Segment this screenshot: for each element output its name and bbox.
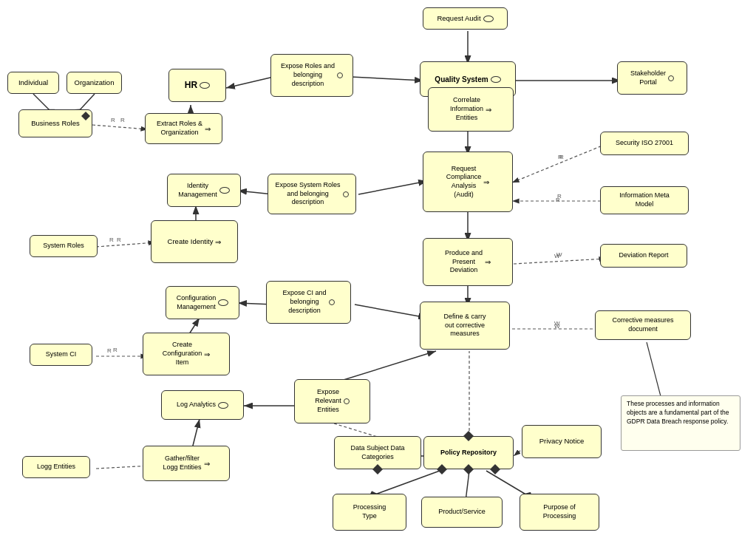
expose-relevant-node: ExposeRelevantEntities — [294, 379, 370, 423]
svg-line-38 — [486, 471, 528, 496]
gather-filter-node: Gather/filterLogg Entities ⇒ — [143, 446, 230, 481]
system-roles-label: System Roles — [43, 242, 84, 251]
svg-text:R: R — [117, 237, 121, 243]
svg-line-14 — [512, 144, 606, 183]
r-label-1: R — [120, 117, 125, 123]
diamond-icon-4 — [437, 464, 447, 474]
log-analytics-label: Log Analytics — [177, 401, 216, 409]
produce-deviation-node: Produce andPresentDeviation ⇒ — [423, 238, 513, 286]
create-configuration-label: CreateConfigurationItem — [163, 341, 202, 367]
svg-line-31 — [334, 351, 436, 383]
log-analytics-node: Log Analytics — [161, 390, 244, 420]
gather-icon: ⇒ — [204, 459, 210, 469]
identity-mgmt-icon — [219, 187, 230, 194]
diagram-container: R R R R W W R — [0, 0, 756, 541]
business-roles-node: Business Roles — [18, 109, 92, 137]
processing-type-node: ProcessingType — [333, 494, 406, 531]
business-roles-label: Business Roles — [31, 119, 79, 128]
produce-deviation-label: Produce andPresentDeviation — [445, 249, 483, 275]
svg-line-20 — [514, 259, 606, 264]
quality-system-icon — [491, 76, 501, 83]
r-label-2: R — [109, 237, 114, 243]
extract-roles-label: Extract Roles &Organization — [157, 120, 202, 137]
data-subject-label: Data Subject DataCategories — [350, 444, 404, 461]
identity-management-label: IdentityManagement — [178, 182, 217, 199]
info-meta-model-label: Information MetaModel — [619, 191, 670, 208]
deviation-report-label: Deviation Report — [619, 251, 668, 260]
identity-management-node: IdentityManagement — [167, 174, 241, 207]
organization-node: Organization — [67, 72, 122, 94]
stakeholder-portal-node: StakeholderPortal — [617, 61, 687, 95]
corrective-measures-label: Corrective measuresdocument — [612, 316, 673, 333]
system-roles-node: System Roles — [30, 235, 98, 257]
define-carry-node: Define & carryout correctivemeasures — [420, 302, 510, 350]
logg-entities-node: Logg Entities — [22, 456, 90, 478]
expose-ci-icon — [329, 299, 335, 305]
expose-roles-label: Expose Roles andbelongingdescription — [281, 62, 335, 88]
create-config-icon: ⇒ — [204, 350, 210, 359]
create-configuration-node: CreateConfigurationItem ⇒ — [143, 333, 230, 375]
expose-system-roles-label: Expose System Rolesand belongingdescript… — [275, 181, 340, 207]
purpose-processing-node: Purpose ofProcessing — [520, 494, 599, 531]
hr-label: HR — [185, 80, 197, 92]
produce-icon: ⇒ — [485, 257, 491, 267]
correlate-info-label: CorrelateInformationEntities — [450, 96, 483, 122]
r-label-4: R — [558, 154, 562, 160]
create-identity-icon: ⇒ — [215, 237, 221, 247]
expose-roles-node: Expose Roles andbelongingdescription — [270, 54, 353, 97]
configuration-management-label: ConfigurationManagement — [177, 294, 217, 311]
svg-line-2 — [351, 77, 423, 81]
product-service-node: Product/Service — [421, 497, 503, 528]
diamond-icon-5 — [463, 464, 474, 474]
processing-type-label: ProcessingType — [353, 503, 386, 520]
expose-roles-icon — [337, 72, 343, 78]
diamond-icon — [81, 112, 90, 120]
svg-marker-47 — [463, 431, 474, 441]
log-analytics-icon — [218, 402, 228, 409]
hr-oval-icon — [200, 82, 210, 89]
expose-ci-label: Expose CI andbelongingdescription — [282, 289, 326, 315]
request-audit-icon — [483, 16, 494, 22]
privacy-notice-node: Privacy Notice — [522, 425, 602, 458]
expose-relevant-icon — [344, 398, 350, 404]
note-text: These processes and information objects … — [627, 400, 729, 425]
organization-label: Organization — [75, 78, 115, 87]
extract-roles-icon: ⇒ — [205, 124, 211, 134]
svg-line-10 — [358, 181, 427, 194]
svg-marker-45 — [81, 112, 90, 120]
extract-roles-node: Extract Roles &Organization ⇒ — [145, 113, 222, 144]
note-box: These processes and information objects … — [621, 395, 740, 451]
correlate-icon: ⇒ — [486, 105, 491, 115]
stakeholder-portal-label: StakeholderPortal — [630, 69, 666, 86]
logg-entities-label: Logg Entities — [37, 463, 75, 472]
policy-repository-node: Policy Repository — [423, 436, 514, 469]
correlate-info-node: CorrelateInformationEntities ⇒ — [428, 87, 514, 132]
config-mgmt-icon — [218, 299, 228, 306]
hr-node: HR — [168, 69, 226, 102]
security-iso-label: Security ISO 27001 — [616, 139, 673, 148]
product-service-label: Product/Service — [438, 508, 486, 517]
svg-line-26 — [355, 304, 427, 318]
svg-line-33 — [192, 419, 200, 449]
r-label-5: R — [556, 197, 560, 203]
diamond-icon-6 — [490, 464, 500, 474]
info-meta-model-node: Information MetaModel — [600, 186, 689, 214]
request-audit-label: Request Audit — [437, 14, 480, 23]
diamond-icon-2 — [372, 464, 383, 474]
request-audit-node: Request Audit — [423, 7, 508, 30]
create-identity-node: Create Identity ⇒ — [151, 220, 238, 263]
configuration-management-node: ConfigurationManagement — [166, 286, 239, 319]
w-label-1: W — [554, 253, 560, 259]
create-identity-label: Create Identity — [168, 237, 214, 246]
gather-filter-label: Gather/filterLogg Entities — [163, 455, 201, 472]
deviation-report-node: Deviation Report — [600, 244, 687, 268]
svg-marker-48 — [437, 464, 447, 474]
individual-label: Individual — [18, 78, 48, 87]
data-subject-node: Data Subject DataCategories — [334, 436, 421, 469]
svg-text:R: R — [111, 117, 115, 123]
svg-marker-49 — [463, 464, 474, 474]
svg-line-36 — [373, 471, 440, 495]
policy-repository-label: Policy Repository — [440, 449, 497, 457]
system-ci-node: System CI — [30, 344, 92, 366]
request-compliance-node: RequestComplianceAnalysis(Audit) ⇒ — [423, 152, 513, 212]
